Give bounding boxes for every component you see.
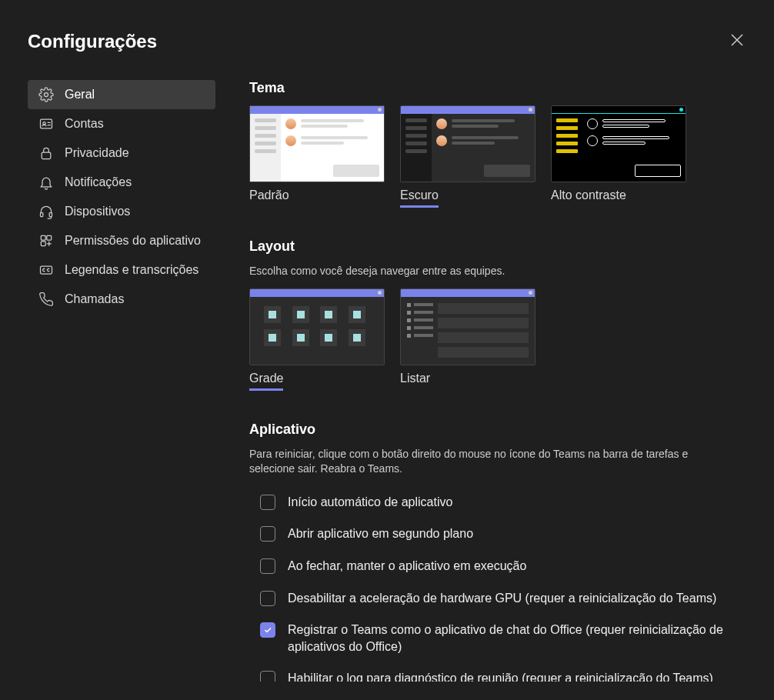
theme-section: Tema PadrãoEscuroAlto contraste (249, 80, 740, 208)
cc-icon (38, 262, 54, 278)
sidebar-item-notificações[interactable]: Notificações (28, 168, 215, 197)
svg-point-2 (43, 122, 45, 125)
svg-rect-5 (49, 213, 52, 217)
close-icon (728, 31, 746, 49)
svg-rect-8 (41, 242, 45, 246)
sidebar-item-contas[interactable]: Contas (28, 109, 215, 138)
gear-icon (38, 87, 54, 102)
sidebar-item-dispositivos[interactable]: Dispositivos (28, 197, 215, 226)
lock-icon (38, 145, 54, 161)
layout-option-label: Listar (400, 372, 430, 385)
sidebar-item-label: Permissões do aplicativo (65, 234, 201, 248)
svg-point-0 (45, 93, 48, 97)
checkbox-row[interactable]: Registrar o Teams como o aplicativo de c… (249, 614, 740, 662)
apps-icon (38, 233, 54, 248)
checkbox[interactable] (260, 526, 275, 542)
checkbox-label: Abrir aplicativo em segundo plano (288, 525, 473, 542)
close-button[interactable] (728, 31, 746, 49)
checkbox-row[interactable]: Ao fechar, manter o aplicativo em execuç… (249, 550, 740, 582)
main-panel: Tema PadrãoEscuroAlto contraste Layout E… (249, 80, 746, 682)
settings-window: Configurações GeralContasPrivacidadeNoti… (0, 0, 774, 700)
theme-option-hc[interactable]: Alto contraste (551, 105, 686, 208)
checkbox-label: Habilitar o log para diagnóstico de reun… (288, 670, 713, 682)
app-section: Aplicativo Para reiniciar, clique com o … (249, 422, 740, 682)
svg-rect-9 (41, 266, 52, 274)
headset-icon (38, 204, 54, 219)
checkbox[interactable] (260, 558, 275, 574)
sidebar-item-chamadas[interactable]: Chamadas (28, 285, 215, 314)
sidebar-item-label: Chamadas (65, 292, 124, 306)
checkbox-label: Desabilitar a aceleração de hardware GPU… (288, 590, 716, 607)
svg-rect-1 (41, 119, 52, 128)
checkbox[interactable] (260, 622, 275, 638)
theme-option-label: Escuro (400, 188, 439, 208)
phone-icon (38, 292, 54, 307)
checkbox-row[interactable]: Início automático de aplicativo (249, 486, 740, 518)
checkbox-label: Ao fechar, manter o aplicativo em execuç… (288, 558, 526, 575)
sidebar-item-label: Privacidade (65, 146, 129, 160)
checkbox-row[interactable]: Habilitar o log para diagnóstico de reun… (249, 662, 740, 682)
layout-option-label: Grade (249, 372, 283, 391)
sidebar-item-privacidade[interactable]: Privacidade (28, 138, 215, 168)
app-desc: Para reiniciar, clique com o botão direi… (249, 447, 711, 477)
page-title: Configurações (28, 31, 746, 52)
checkbox[interactable] (260, 591, 275, 606)
sidebar-item-label: Geral (65, 88, 95, 102)
layout-options: GradeListar (249, 288, 740, 391)
theme-options: PadrãoEscuroAlto contraste (249, 105, 740, 208)
id-card-icon (38, 116, 54, 132)
sidebar-item-label: Notificações (65, 175, 132, 189)
theme-option-light[interactable]: Padrão (249, 105, 385, 208)
svg-rect-6 (41, 235, 45, 240)
layout-option-list[interactable]: Listar (400, 288, 535, 391)
theme-option-dark[interactable]: Escuro (400, 105, 535, 208)
layout-option-grid[interactable]: Grade (249, 288, 385, 391)
theme-option-label: Padrão (249, 188, 289, 202)
svg-rect-4 (41, 213, 43, 217)
sidebar-item-legendas-e-transcrições[interactable]: Legendas e transcrições (28, 255, 215, 285)
checkbox-row[interactable]: Abrir aplicativo em segundo plano (249, 518, 740, 550)
theme-option-label: Alto contraste (551, 188, 626, 202)
theme-heading: Tema (249, 80, 740, 96)
layout-heading: Layout (249, 238, 740, 255)
sidebar-item-label: Dispositivos (65, 205, 130, 218)
checkbox-row[interactable]: Desabilitar a aceleração de hardware GPU… (249, 582, 740, 615)
checkbox[interactable] (260, 671, 275, 682)
bell-icon (38, 175, 54, 190)
checkbox[interactable] (260, 495, 275, 510)
checkbox-label: Início automático de aplicativo (288, 494, 452, 511)
app-checkboxes: Início automático de aplicativoAbrir apl… (249, 486, 740, 682)
sidebar-item-label: Legendas e transcrições (65, 263, 199, 277)
checkbox-label: Registrar o Teams como o aplicativo de c… (288, 622, 740, 655)
svg-rect-7 (47, 235, 52, 240)
layout-desc: Escolha como você deseja navegar entre a… (249, 264, 740, 279)
sidebar-item-geral[interactable]: Geral (28, 80, 215, 109)
sidebar-item-permissões-do-aplicativo[interactable]: Permissões do aplicativo (28, 226, 215, 255)
sidebar-item-label: Contas (65, 117, 104, 131)
svg-rect-3 (42, 152, 51, 158)
sidebar: GeralContasPrivacidadeNotificaçõesDispos… (28, 80, 215, 682)
app-heading: Aplicativo (249, 422, 740, 438)
content: GeralContasPrivacidadeNotificaçõesDispos… (28, 80, 746, 682)
layout-section: Layout Escolha como você deseja navegar … (249, 238, 740, 391)
